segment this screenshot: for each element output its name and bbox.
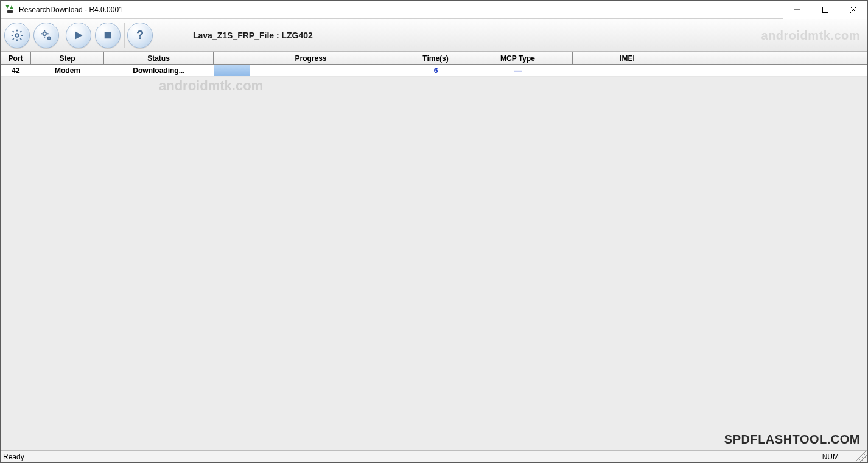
cell-step: Modem <box>31 65 104 76</box>
gears-icon <box>38 27 54 43</box>
play-icon <box>71 27 86 43</box>
status-num: NUM <box>817 451 844 462</box>
svg-rect-1 <box>823 7 828 12</box>
col-spacer <box>682 52 867 64</box>
stop-button[interactable] <box>95 23 121 48</box>
svg-point-5 <box>43 32 47 35</box>
close-button[interactable] <box>839 1 867 19</box>
app-window: ResearchDownload - R4.0.0001 ? Lava_Z1S_… <box>0 0 868 463</box>
svg-point-4 <box>15 34 19 37</box>
toolbar-separator <box>124 23 125 48</box>
question-icon: ? <box>132 27 148 43</box>
toolbar-separator <box>63 23 63 48</box>
watermark-text: androidmtk.com <box>159 78 263 94</box>
titlebar[interactable]: ResearchDownload - R4.0.0001 <box>1 1 867 19</box>
cell-mcp: — <box>463 65 573 76</box>
cell-status: Downloading... <box>104 65 214 76</box>
watermark-text: SPDFLASHTOOL.COM <box>724 433 860 447</box>
cell-spacer <box>682 65 867 76</box>
cell-time: 6 <box>408 65 463 76</box>
col-mcp[interactable]: MCP Type <box>463 52 573 64</box>
svg-point-6 <box>47 37 50 39</box>
watermark-text: androidmtk.com <box>761 29 860 43</box>
table-row[interactable]: 42 Modem Downloading... 6 — <box>1 65 867 77</box>
minimize-button[interactable] <box>783 1 811 19</box>
help-button[interactable]: ? <box>127 23 153 48</box>
grid-body[interactable]: 42 Modem Downloading... 6 — androidmtk.c… <box>1 65 867 450</box>
status-cell <box>807 451 817 462</box>
resize-grip-icon[interactable] <box>856 451 867 462</box>
svg-marker-7 <box>75 31 83 39</box>
grid-header: Port Step Status Progress Time(s) MCP Ty… <box>1 52 867 65</box>
progress-fill <box>214 65 250 76</box>
svg-rect-8 <box>105 32 111 38</box>
statusbar: Ready NUM <box>1 450 867 462</box>
status-cell <box>844 451 854 462</box>
cell-progress <box>214 65 408 76</box>
loaded-file-label: Lava_Z1S_FRP_File : LZG402 <box>193 30 313 40</box>
cell-imei <box>573 65 682 76</box>
start-button[interactable] <box>66 23 91 48</box>
stop-icon <box>100 27 116 43</box>
col-status[interactable]: Status <box>104 52 214 64</box>
col-progress[interactable]: Progress <box>214 52 408 64</box>
maximize-button[interactable] <box>811 1 839 19</box>
col-port[interactable]: Port <box>1 52 31 64</box>
col-step[interactable]: Step <box>31 52 104 64</box>
status-ready: Ready <box>1 453 24 461</box>
cell-port: 42 <box>1 65 31 76</box>
app-icon <box>5 5 15 15</box>
col-imei[interactable]: IMEI <box>573 52 682 64</box>
gear-icon <box>9 27 25 43</box>
settings-button[interactable] <box>4 23 30 48</box>
grid: Port Step Status Progress Time(s) MCP Ty… <box>1 52 867 450</box>
settings2-button[interactable] <box>33 23 59 48</box>
toolbar: ? Lava_Z1S_FRP_File : LZG402 androidmtk.… <box>1 19 867 52</box>
window-title: ResearchDownload - R4.0.0001 <box>19 5 123 14</box>
col-time[interactable]: Time(s) <box>408 52 463 64</box>
